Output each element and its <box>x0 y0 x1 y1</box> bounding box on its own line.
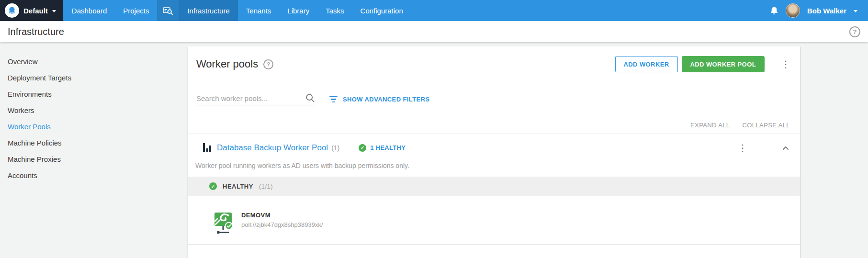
search-icon <box>305 93 315 103</box>
body-area: Overview Deployment Targets Environments… <box>0 42 868 258</box>
card-actions: ADD WORKER ADD WORKER POOL ⋮ <box>615 56 793 72</box>
nav-item-projects[interactable]: Projects <box>115 0 157 21</box>
worker-pool-header: Database Backup Worker Pool (1) ✓ 1 HEAL… <box>188 134 800 161</box>
sidebar-item-accounts[interactable]: Accounts <box>8 169 188 186</box>
divider <box>188 244 800 245</box>
group-label: HEALTHY <box>223 183 253 190</box>
page-header: Infrastructure ? <box>0 21 868 42</box>
octopus-infrastructure-page: { "colors": { "accent": "#2f93e0", "nav-… <box>0 0 868 258</box>
space-name: Default <box>23 7 48 15</box>
healthy-check-icon: ✓ <box>359 144 366 152</box>
sidebar-item-workers[interactable]: Workers <box>8 104 188 121</box>
worker-pools-card: Worker pools ? ADD WORKER ADD WORKER POO… <box>188 46 800 258</box>
collapse-pool-chevron-up-icon[interactable] <box>780 143 791 153</box>
sidebar-item-worker-pools[interactable]: Worker Pools <box>8 121 188 137</box>
user-menu-chevron-down-icon[interactable] <box>854 10 857 12</box>
nav-item-dashboard[interactable]: Dashboard <box>64 0 115 21</box>
page-title: Infrastructure <box>8 26 64 37</box>
healthy-check-icon: ✓ <box>209 182 217 190</box>
search-input[interactable] <box>196 94 305 102</box>
advanced-filters-label: SHOW ADVANCED FILTERS <box>343 96 430 103</box>
pool-health-summary: 1 HEALTHY <box>370 144 406 151</box>
nav-item-configuration[interactable]: Configuration <box>352 0 411 21</box>
nav-advanced-search-icon[interactable] <box>157 0 179 21</box>
pool-actions: ⋮ <box>735 142 791 154</box>
nav-item-library[interactable]: Library <box>279 0 317 21</box>
machine-uri: poll://zjbk47dgx8shp38939xk/ <box>241 221 323 228</box>
machine-info: DEMOVM poll://zjbk47dgx8shp38939xk/ <box>241 212 323 228</box>
overflow-menu-icon[interactable]: ⋮ <box>778 58 793 70</box>
machine-row[interactable]: DEMOVM poll://zjbk47dgx8shp38939xk/ <box>188 196 800 244</box>
pool-overflow-menu-icon[interactable]: ⋮ <box>735 142 750 154</box>
add-worker-button[interactable]: ADD WORKER <box>615 56 678 72</box>
healthy-group-row[interactable]: ✓ HEALTHY (1/1) <box>188 177 800 196</box>
machine-name: DEMOVM <box>241 212 323 219</box>
sidebar-item-machine-proxies[interactable]: Machine Proxies <box>8 153 188 169</box>
worker-pool-icon <box>203 143 211 152</box>
top-nav: Default Dashboard Projects Infrastructur… <box>0 0 868 21</box>
collapse-all-button[interactable]: COLLAPSE ALL <box>743 122 790 129</box>
user-name[interactable]: Bob Walker <box>807 7 846 15</box>
pool-description: Worker pool running workers as AD users … <box>188 162 800 169</box>
sidebar-item-deployment-targets[interactable]: Deployment Targets <box>8 72 188 88</box>
card-title: Worker pools <box>196 58 258 70</box>
chevron-down-icon <box>52 10 56 12</box>
topnav-right: Bob Walker <box>770 0 868 21</box>
worker-pools-help-icon[interactable]: ? <box>263 59 273 69</box>
sidebar-item-overview[interactable]: Overview <box>8 56 188 72</box>
octopus-logo-icon <box>5 3 19 18</box>
expand-collapse-row: EXPAND ALL COLLAPSE ALL <box>188 122 800 134</box>
card-header: Worker pools ? ADD WORKER ADD WORKER POO… <box>188 46 800 72</box>
user-avatar[interactable] <box>786 3 800 18</box>
sidebar-item-machine-policies[interactable]: Machine Policies <box>8 137 188 153</box>
sidebar: Overview Deployment Targets Environments… <box>0 42 188 186</box>
space-switcher[interactable]: Default <box>0 0 63 21</box>
group-count: (1/1) <box>259 183 273 190</box>
add-worker-pool-button[interactable]: ADD WORKER POOL <box>682 56 765 72</box>
filter-icon <box>329 96 338 103</box>
tentacle-machine-icon <box>213 212 233 235</box>
sidebar-item-environments[interactable]: Environments <box>8 88 188 104</box>
search-row: SHOW ADVANCED FILTERS <box>188 93 800 105</box>
expand-all-button[interactable]: EXPAND ALL <box>690 122 730 129</box>
main-nav: Dashboard Projects Infrastructure Tenant… <box>64 0 411 21</box>
page-help-icon[interactable]: ? <box>849 26 860 37</box>
worker-pool-section: Database Backup Worker Pool (1) ✓ 1 HEAL… <box>188 134 800 245</box>
nav-item-tenants[interactable]: Tenants <box>238 0 280 21</box>
worker-pool-name-link[interactable]: Database Backup Worker Pool <box>217 143 328 153</box>
nav-item-tasks[interactable]: Tasks <box>317 0 352 21</box>
show-advanced-filters-button[interactable]: SHOW ADVANCED FILTERS <box>329 96 430 103</box>
worker-pool-count: (1) <box>331 144 339 152</box>
search-field <box>196 93 315 105</box>
notifications-bell-icon[interactable] <box>770 6 778 15</box>
nav-item-infrastructure[interactable]: Infrastructure <box>179 0 237 21</box>
